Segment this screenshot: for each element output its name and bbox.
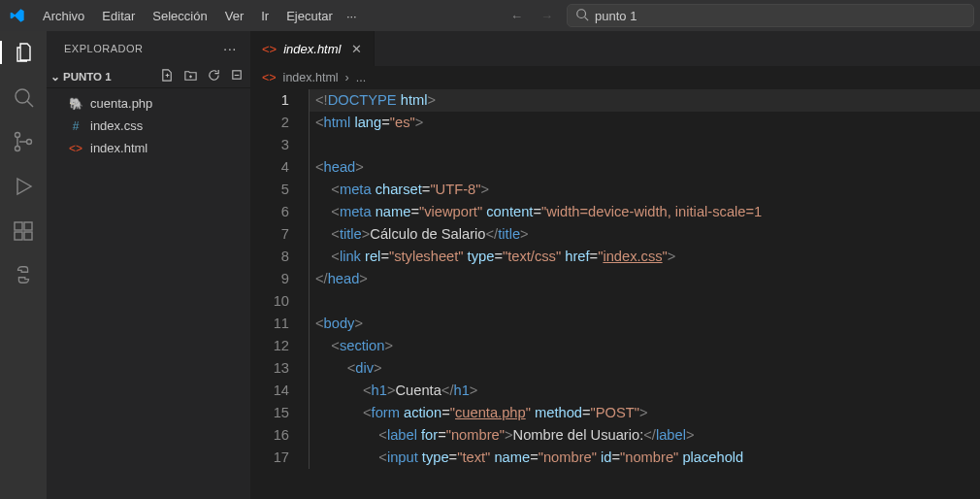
code-line[interactable]: <body>: [309, 313, 980, 335]
menu-ir[interactable]: Ir: [253, 5, 277, 27]
php-file-icon: 🐘: [68, 96, 83, 112]
folder-name: PUNTO 1: [63, 71, 112, 83]
code-line[interactable]: <section>: [309, 335, 980, 357]
chevron-down-icon: ⌄: [50, 70, 60, 83]
file-index-html[interactable]: <>index.html: [47, 137, 250, 159]
explorer-icon[interactable]: [0, 41, 47, 64]
menu-ver[interactable]: Ver: [217, 5, 252, 27]
sidebar-more-icon[interactable]: ···: [223, 40, 237, 56]
file-list: 🐘cuenta.php#index.css<>index.html: [47, 88, 250, 163]
python-icon[interactable]: [0, 264, 47, 285]
code-line[interactable]: <h1>Cuenta</h1>: [309, 380, 980, 402]
command-center-search[interactable]: punto 1: [567, 4, 974, 27]
editor-area: <> index.html ✕ <> index.html › ... 1234…: [250, 31, 980, 499]
code-line[interactable]: <meta charset="UTF-8">: [309, 179, 980, 201]
code-line[interactable]: <link rel="stylesheet" type="text/css" h…: [309, 246, 980, 268]
svg-rect-10: [24, 222, 32, 230]
code-line[interactable]: <!DOCTYPE html>: [309, 89, 980, 112]
menu-archivo[interactable]: Archivo: [35, 5, 92, 27]
html-file-icon: <>: [262, 42, 277, 56]
file-cuenta-php[interactable]: 🐘cuenta.php: [47, 92, 250, 115]
menu-selección[interactable]: Selección: [145, 5, 214, 27]
refresh-icon[interactable]: [207, 68, 221, 84]
html-file-icon: <>: [68, 141, 83, 156]
svg-point-4: [16, 133, 20, 138]
code-editor[interactable]: 1234567891011121314151617 <!DOCTYPE html…: [250, 89, 980, 499]
menu-ejecutar[interactable]: Ejecutar: [278, 5, 341, 27]
breadcrumb-file: index.html: [283, 71, 339, 84]
search-value: punto 1: [595, 9, 637, 23]
vscode-logo-icon: [10, 8, 25, 23]
tab-index-html[interactable]: <> index.html ✕: [250, 31, 375, 66]
run-debug-icon[interactable]: [0, 175, 47, 198]
nav-forward-icon[interactable]: →: [540, 9, 553, 23]
nav-back-icon[interactable]: ←: [510, 9, 523, 23]
breadcrumb-sep: ›: [345, 71, 349, 84]
file-name: index.html: [90, 141, 147, 155]
overflow-menu-icon[interactable]: ···: [341, 5, 363, 27]
code-line[interactable]: <html lang="es">: [309, 112, 980, 134]
title-bar: ArchivoEditarSelecciónVerIrEjecutar ··· …: [0, 0, 980, 31]
code-line[interactable]: <label for="nombre">Nombre del Usuario:<…: [309, 424, 980, 447]
svg-point-5: [16, 147, 20, 151]
file-name: index.css: [90, 118, 143, 133]
file-index-css[interactable]: #index.css: [47, 115, 250, 137]
code-line[interactable]: </head>: [309, 268, 980, 290]
activity-bar: [0, 31, 47, 499]
code-line[interactable]: <form action="cuenta.php" method="POST">: [309, 402, 980, 424]
code-line[interactable]: [309, 134, 980, 156]
svg-line-1: [585, 17, 589, 20]
collapse-all-icon[interactable]: [230, 68, 245, 84]
svg-point-0: [577, 9, 586, 17]
code-line[interactable]: <div>: [309, 357, 980, 380]
menu-bar: ArchivoEditarSelecciónVerIrEjecutar: [35, 5, 341, 27]
css-file-icon: #: [68, 118, 83, 134]
svg-point-2: [16, 89, 29, 103]
line-numbers: 1234567891011121314151617: [250, 89, 307, 499]
sidebar-title: EXPLORADOR: [64, 43, 143, 54]
nav-buttons: ← →: [510, 9, 553, 23]
new-file-icon[interactable]: [160, 68, 175, 84]
html-file-icon: <>: [262, 71, 277, 84]
svg-line-3: [27, 101, 33, 107]
code-line[interactable]: <title>Cálculo de Salario</title>: [309, 223, 980, 246]
folder-header[interactable]: ⌄ PUNTO 1: [47, 65, 250, 88]
code-line[interactable]: [309, 290, 980, 313]
svg-rect-7: [15, 222, 22, 230]
code-line[interactable]: <input type="text" name="nombre" id="nom…: [309, 447, 980, 469]
file-name: cuenta.php: [90, 96, 152, 111]
menu-editar[interactable]: Editar: [94, 5, 143, 27]
code-lines: <!DOCTYPE html><html lang="es"> <head> <…: [307, 89, 980, 499]
extensions-icon[interactable]: [0, 219, 47, 243]
tab-label: index.html: [283, 42, 341, 56]
breadcrumb-rest: ...: [356, 71, 366, 84]
code-line[interactable]: <meta name="viewport" content="width=dev…: [309, 201, 980, 223]
new-folder-icon[interactable]: [183, 68, 198, 84]
sidebar-explorer: EXPLORADOR ··· ⌄ PUNTO 1 🐘cuenta.php#ind…: [47, 31, 250, 499]
source-control-icon[interactable]: [0, 130, 47, 153]
close-tab-icon[interactable]: ✕: [351, 42, 362, 56]
svg-point-6: [27, 140, 32, 145]
tab-bar: <> index.html ✕: [250, 31, 980, 66]
search-icon: [575, 8, 589, 24]
svg-rect-9: [24, 232, 32, 240]
svg-rect-8: [15, 232, 22, 240]
code-line[interactable]: <head>: [309, 156, 980, 179]
search-activity-icon[interactable]: [0, 85, 47, 109]
breadcrumb[interactable]: <> index.html › ...: [250, 66, 980, 89]
